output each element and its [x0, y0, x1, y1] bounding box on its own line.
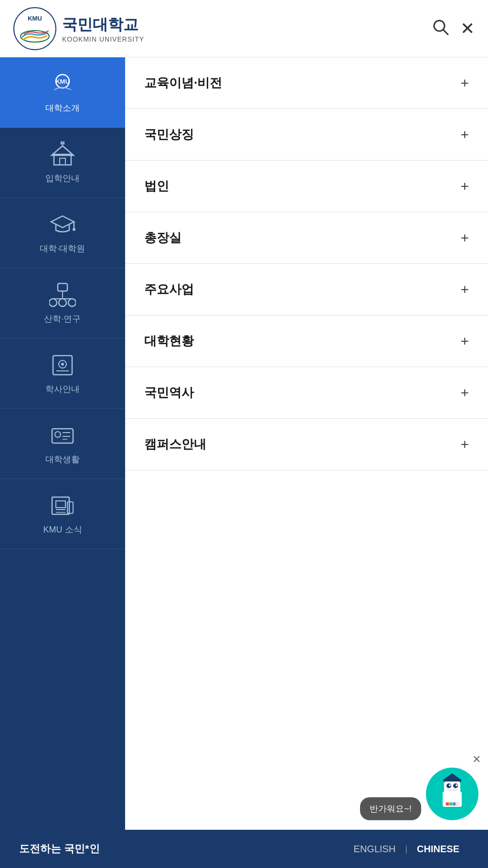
expand-icon-campus-guide: + — [460, 436, 469, 453]
menu-item-campus-guide[interactable]: 캠퍼스안내 + — [125, 419, 488, 470]
menu-item-university-status[interactable]: 대학현황 + — [125, 315, 488, 367]
menu-item-president[interactable]: 총장실 + — [125, 212, 488, 264]
search-icon[interactable] — [432, 18, 449, 39]
menu-item-label-symbol: 국민상징 — [144, 126, 194, 143]
svg-rect-43 — [446, 790, 458, 791]
logo-wave-icon — [18, 27, 52, 43]
close-icon[interactable]: ✕ — [460, 19, 475, 39]
menu-item-history[interactable]: 국민역사 + — [125, 367, 488, 419]
footer-slogan: 도전하는 국민*인 — [19, 842, 100, 856]
logo-english-text: KOOKMIN UNIVERSITY — [62, 35, 144, 43]
chatbot-close-button[interactable]: ✕ — [472, 753, 481, 766]
chatbot-area: 반가워요~! ✕ — [360, 768, 478, 820]
svg-rect-13 — [58, 283, 67, 291]
chatbot-bubble[interactable]: 반가워요~! — [360, 797, 421, 820]
chatbot-greeting: 반가워요~! — [370, 804, 412, 814]
main-container: KMU 대학소개 입학안내 대학·대학원 — [0, 57, 488, 830]
menu-item-symbol[interactable]: 국민상징 + — [125, 109, 488, 161]
network-icon — [49, 282, 76, 308]
svg-rect-50 — [453, 803, 456, 805]
svg-point-23 — [61, 363, 64, 366]
expand-icon-university-status: + — [460, 333, 469, 349]
menu-item-foundation[interactable]: 법인 + — [125, 161, 488, 212]
sidebar-item-label-university-intro: 대학소개 — [45, 102, 80, 114]
logo-circle: KMU — [13, 7, 56, 50]
svg-marker-10 — [51, 216, 74, 228]
svg-rect-5 — [54, 154, 71, 165]
footer-lang-english[interactable]: ENGLISH — [344, 844, 405, 855]
menu-item-major-projects[interactable]: 주요사업 + — [125, 264, 488, 315]
sidebar-item-label-admissions: 입학안내 — [45, 173, 80, 184]
expand-icon-major-projects: + — [460, 282, 469, 298]
menu-item-label-foundation: 법인 — [144, 178, 169, 195]
expand-icon-president: + — [460, 230, 469, 246]
svg-point-15 — [68, 299, 76, 306]
building-icon — [49, 141, 76, 168]
menu-item-edu-vision[interactable]: 교육이념·비전 + — [125, 57, 488, 109]
logo-text-area: 국민대학교 KOOKMIN UNIVERSITY — [62, 14, 144, 43]
expand-icon-foundation: + — [460, 178, 469, 195]
sidebar-item-kmu-news[interactable]: KMU 소식 — [0, 479, 125, 549]
footer-lang-chinese[interactable]: CHINESE — [407, 844, 469, 855]
svg-rect-48 — [446, 803, 449, 805]
sidebar-item-label-campus-life: 대학생활 — [45, 454, 80, 465]
header-icons: ✕ — [432, 18, 475, 39]
sidebar-item-academic-affairs[interactable]: 학사안내 — [0, 338, 125, 409]
svg-point-40 — [456, 784, 457, 786]
svg-rect-7 — [60, 158, 65, 165]
footer-language-area: ENGLISH | CHINESE — [344, 844, 469, 855]
university-icon: KMU — [49, 71, 76, 98]
news-icon — [49, 492, 76, 519]
id-card-icon — [49, 422, 76, 449]
svg-rect-31 — [56, 501, 65, 508]
graduation-icon — [49, 211, 76, 238]
menu-item-label-president: 총장실 — [144, 229, 181, 246]
sidebar-item-label-academic-affairs: 학사안내 — [45, 383, 80, 395]
sidebar-item-university-intro[interactable]: KMU 대학소개 — [0, 57, 125, 128]
menu-item-label-university-status: 대학현황 — [144, 333, 194, 349]
content-area: 교육이념·비전 + 국민상징 + 법인 + 총장실 + 주요사업 + 대학현황 … — [125, 57, 488, 830]
sidebar-item-admissions[interactable]: 입학안내 — [0, 128, 125, 198]
chatbot-robot-icon — [431, 772, 474, 815]
svg-point-14 — [49, 299, 57, 306]
expand-icon-history: + — [460, 385, 469, 401]
logo-kmu-label: KMU — [28, 15, 42, 22]
svg-point-16 — [59, 299, 66, 306]
sidebar-item-campus-life[interactable]: 대학생활 — [0, 409, 125, 479]
menu-item-label-campus-guide: 캠퍼스안내 — [144, 436, 206, 453]
menu-item-label-history: 국민역사 — [144, 384, 194, 401]
sidebar-item-industry-research[interactable]: 산학·연구 — [0, 268, 125, 338]
menu-item-label-edu-vision: 교육이념·비전 — [144, 75, 222, 91]
sidebar-item-label-industry-research: 산학·연구 — [44, 313, 81, 325]
certificate-icon — [49, 352, 76, 379]
header: KMU 국민대학교 KOOKMIN UNIVERSITY ✕ — [0, 0, 488, 57]
expand-icon-symbol: + — [460, 127, 469, 143]
logo-area: KMU 국민대학교 KOOKMIN UNIVERSITY — [13, 7, 144, 50]
logo-korean-text: 국민대학교 — [62, 14, 144, 35]
svg-rect-44 — [443, 779, 461, 781]
svg-marker-45 — [444, 773, 460, 779]
chatbot-avatar[interactable] — [426, 768, 478, 820]
sidebar-item-college-grad[interactable]: 대학·대학원 — [0, 198, 125, 268]
sidebar-item-label-kmu-news: KMU 소식 — [43, 524, 82, 535]
sidebar: KMU 대학소개 입학안내 대학·대학원 — [0, 57, 125, 830]
svg-point-12 — [73, 228, 75, 231]
svg-line-2 — [443, 30, 448, 34]
expand-icon-edu-vision: + — [460, 75, 469, 91]
svg-rect-30 — [52, 497, 69, 514]
menu-item-label-major-projects: 주요사업 — [144, 281, 194, 298]
svg-rect-34 — [67, 502, 73, 513]
sidebar-item-label-college-grad: 대학·대학원 — [40, 243, 85, 254]
svg-text:KMU: KMU — [55, 78, 70, 85]
svg-point-39 — [449, 784, 451, 786]
footer: 도전하는 국민*인 ENGLISH | CHINESE — [0, 830, 488, 868]
svg-rect-36 — [444, 781, 460, 793]
svg-rect-49 — [449, 803, 452, 805]
svg-point-26 — [55, 432, 61, 437]
